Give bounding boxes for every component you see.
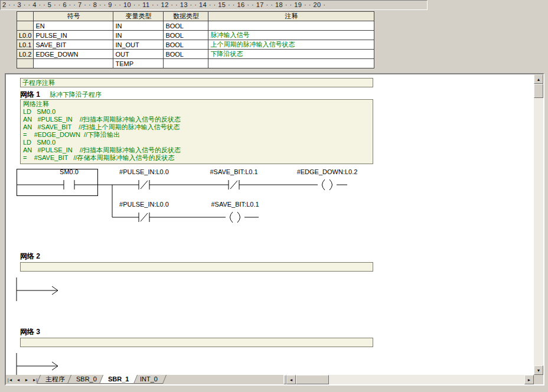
corner-header-cell bbox=[17, 12, 34, 21]
scroll-down-button[interactable]: ▼ bbox=[534, 365, 543, 375]
col-header-comment: 注释 bbox=[208, 12, 374, 21]
table-row: L0.0 PULSE_IN IN BOOL 脉冲输入信号 bbox=[17, 31, 374, 40]
ruler-marks: 2 · · 3 · · 4 · · 5 · · 6 · · 7 · · 8 · … bbox=[2, 1, 325, 8]
coil-edge-down[interactable]: #EDGE_DOWN:L0.2 bbox=[297, 168, 358, 190]
comment-cell[interactable]: 下降沿状态 bbox=[208, 50, 374, 59]
editor-frame: 子程序注释 网络 1脉冲下降沿子程序 网络注释 LD SM0.0 AN #PUL… bbox=[5, 73, 544, 386]
tab-bar-spacer bbox=[165, 375, 283, 384]
tab-label: SBR_0 bbox=[76, 375, 97, 383]
data-type-cell[interactable]: BOOL bbox=[164, 40, 208, 50]
subroutine-comment-box[interactable]: 子程序注释 bbox=[20, 78, 373, 87]
selection-cursor bbox=[17, 169, 98, 196]
vertical-scrollbar[interactable]: ▲ ▼ bbox=[534, 74, 543, 375]
program-editor-canvas[interactable]: 子程序注释 网络 1脉冲下降沿子程序 网络注释 LD SM0.0 AN #PUL… bbox=[6, 74, 534, 375]
network-3-empty-rung-arrow bbox=[6, 351, 77, 375]
var-type-cell[interactable]: OUT bbox=[113, 50, 164, 59]
network-1-label: 网络 1 bbox=[20, 90, 40, 99]
scroll-right-button[interactable]: ► bbox=[524, 375, 534, 384]
network-1-title: 脉冲下降沿子程序 bbox=[50, 91, 102, 98]
contact-label: #PULSE_IN:L0.0 bbox=[119, 168, 169, 175]
network-2-label: 网络 2 bbox=[20, 252, 40, 260]
symbol-cell[interactable]: EDGE_DOWN bbox=[34, 50, 113, 59]
table-row: TEMP bbox=[17, 59, 374, 68]
comment-cell[interactable] bbox=[208, 59, 374, 68]
data-type-cell[interactable]: BOOL bbox=[164, 31, 208, 40]
ladder-network-1: SM0.0 #PULSE_IN:L0.0 #SAVE_BIT:L0.1 #EDG… bbox=[6, 164, 396, 226]
scroll-up-button[interactable]: ▲ bbox=[534, 74, 543, 84]
contact-save-bit-nc[interactable]: #SAVE_BIT:L0.1 bbox=[210, 168, 257, 190]
ladder-wires bbox=[17, 185, 347, 217]
scrollbar-corner bbox=[534, 375, 543, 384]
var-type-cell[interactable]: IN bbox=[113, 21, 164, 31]
first-tab-button[interactable]: |◄ bbox=[6, 375, 14, 384]
col-header-data-type: 数据类型 bbox=[164, 12, 208, 21]
contact-sm0-0[interactable]: SM0.0 bbox=[60, 168, 79, 190]
network-3-comment-box[interactable] bbox=[20, 338, 373, 347]
addr-cell[interactable] bbox=[17, 21, 34, 31]
horizontal-scroll-thumb[interactable] bbox=[296, 375, 329, 384]
pou-tab-strip: 主程序 SBR_0 SBR_1 INT_0 bbox=[41, 375, 165, 384]
network-2-comment-box[interactable] bbox=[20, 262, 373, 272]
contact-label: #PULSE_IN:L0.0 bbox=[119, 201, 169, 208]
coil-label: #SAVE_BIT:L0.1 bbox=[211, 201, 259, 208]
symbol-cell[interactable]: EN bbox=[34, 21, 113, 31]
tab-label: INT_0 bbox=[140, 375, 158, 383]
contact-label: SM0.0 bbox=[60, 168, 79, 175]
comment-cell[interactable]: 脉冲输入信号 bbox=[208, 31, 374, 40]
prev-tab-button[interactable]: ◄ bbox=[14, 375, 22, 384]
addr-cell[interactable]: L0.1 bbox=[17, 40, 34, 50]
table-header-row: 符号 变量类型 数据类型 注释 bbox=[17, 12, 374, 21]
network-1-header[interactable]: 网络 1脉冲下降沿子程序 bbox=[20, 90, 102, 100]
table-row: EN IN BOOL bbox=[17, 21, 374, 31]
table-row: L0.1 SAVE_BIT IN_OUT BOOL 上个周期的脉冲输入信号状态 bbox=[17, 40, 374, 50]
data-type-cell[interactable]: BOOL bbox=[164, 21, 208, 31]
network-2-empty-rung-arrow bbox=[6, 275, 77, 302]
horizontal-scroll-track[interactable] bbox=[329, 375, 524, 384]
network-3-label: 网络 3 bbox=[20, 328, 40, 336]
addr-cell[interactable] bbox=[17, 59, 34, 68]
tab-label: 主程序 bbox=[45, 375, 65, 383]
var-type-cell[interactable]: IN bbox=[113, 31, 164, 40]
table-row: L0.2 EDGE_DOWN OUT BOOL 下降沿状态 bbox=[17, 50, 374, 59]
editor-bottom-bar: |◄ ◄ ► ►| 主程序 SBR_0 SBR_1 INT_0 ◄ ► bbox=[6, 375, 543, 384]
coil-label: #EDGE_DOWN:L0.2 bbox=[297, 168, 358, 175]
next-tab-button[interactable]: ► bbox=[22, 375, 31, 384]
contact-pulse-in-nc-rung2[interactable]: #PULSE_IN:L0.0 bbox=[119, 201, 169, 222]
variable-table: 符号 变量类型 数据类型 注释 EN IN BOOL L0.0 PULSE_IN… bbox=[17, 11, 374, 68]
col-header-symbol: 符号 bbox=[34, 12, 113, 21]
symbol-cell[interactable] bbox=[34, 59, 113, 68]
var-type-cell[interactable]: TEMP bbox=[113, 59, 164, 68]
data-type-cell[interactable]: BOOL bbox=[164, 50, 208, 59]
scroll-left-button[interactable]: ◄ bbox=[286, 375, 296, 384]
addr-cell[interactable]: L0.0 bbox=[17, 31, 34, 40]
vertical-scroll-thumb[interactable] bbox=[534, 84, 543, 98]
contact-pulse-in-nc[interactable]: #PULSE_IN:L0.0 bbox=[119, 168, 169, 190]
horizontal-ruler: 2 · · 3 · · 4 · · 5 · · 6 · · 7 · · 8 · … bbox=[0, 0, 428, 10]
network-3-header[interactable]: 网络 3 bbox=[20, 327, 40, 337]
plc-editor-window: 2 · · 3 · · 4 · · 5 · · 6 · · 7 · · 8 · … bbox=[0, 0, 548, 392]
col-header-var-type: 变量类型 bbox=[113, 12, 164, 21]
tab-label: SBR_1 bbox=[108, 375, 129, 383]
network-1-comment-box[interactable]: 网络注释 LD SM0.0 AN #PULSE_IN //扫描本周期脉冲输入信号… bbox=[20, 99, 373, 164]
comment-cell[interactable] bbox=[208, 21, 374, 31]
comment-cell[interactable]: 上个周期的脉冲输入信号状态 bbox=[208, 40, 374, 50]
data-type-cell[interactable] bbox=[164, 59, 208, 68]
tab-sbr-1[interactable]: SBR_1 bbox=[99, 375, 138, 384]
var-type-cell[interactable]: IN_OUT bbox=[113, 40, 164, 50]
addr-cell[interactable]: L0.2 bbox=[17, 50, 34, 59]
contact-label: #SAVE_BIT:L0.1 bbox=[210, 168, 257, 175]
coil-save-bit[interactable]: #SAVE_BIT:L0.1 bbox=[211, 201, 259, 223]
horizontal-scrollbar[interactable]: ◄ ► bbox=[286, 375, 534, 384]
symbol-cell[interactable]: SAVE_BIT bbox=[34, 40, 113, 50]
network-2-header[interactable]: 网络 2 bbox=[20, 251, 40, 262]
symbol-cell[interactable]: PULSE_IN bbox=[34, 31, 113, 40]
